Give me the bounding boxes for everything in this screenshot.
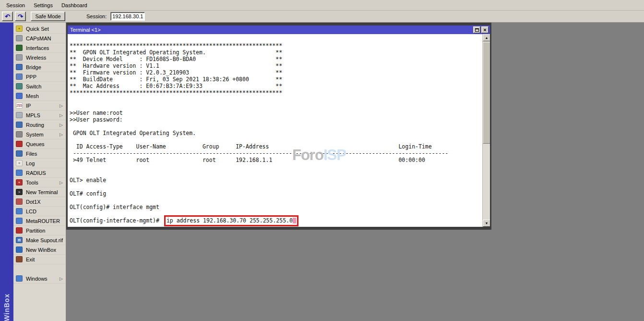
lcd-icon: [16, 208, 23, 214]
sidebar-item-label: CAPsMAN: [26, 36, 66, 41]
sidebar-item-dot1x[interactable]: Dot1X: [13, 197, 66, 207]
sidebar-item-label: System: [26, 132, 60, 137]
highlight-box: ip address 192.168.30.70 255.255.255.0: [164, 215, 298, 226]
sidebar-item-ip[interactable]: 255IP▷: [13, 101, 66, 111]
sidebar-item-label: Switch: [26, 84, 66, 89]
sidebar-item-label: Dot1X: [26, 199, 66, 205]
sidebar-item-system[interactable]: System▷: [13, 130, 66, 139]
terminal-scrollback: ****************************************…: [70, 42, 448, 210]
sidebar-item-windows[interactable]: Windows▷: [13, 274, 66, 284]
terminal-command: ip address 192.168.30.70 255.255.255.0: [167, 217, 293, 224]
ppp-icon: [16, 74, 23, 80]
sidebar-items: ✦Quick SetCAPsMANInterfacesWirelessBridg…: [13, 24, 66, 284]
submenu-arrow-icon: ▷: [60, 132, 63, 137]
scroll-up-icon: ▲: [485, 36, 489, 39]
sidebar-item-radius[interactable]: RADIUS: [13, 168, 66, 178]
sidebar-item-exit[interactable]: Exit: [13, 255, 66, 264]
submenu-arrow-icon: ▷: [60, 123, 63, 127]
sidebar-item-ppp[interactable]: PPP: [13, 72, 66, 82]
redo-icon: ↷: [18, 13, 23, 20]
bridge-icon: [16, 64, 23, 70]
undo-icon: ↶: [5, 13, 10, 20]
sidebar-item-label: MPLS: [26, 112, 60, 118]
sidebar-item-label: Interfaces: [26, 45, 66, 51]
sidebar-item-files[interactable]: Files: [13, 149, 66, 159]
sidebar-item-wireless[interactable]: Wireless: [13, 53, 66, 62]
sidebar-item-partition[interactable]: Partition: [13, 226, 66, 235]
sidebar-item-label: Quick Set: [26, 26, 66, 32]
sidebar-item-quick-set[interactable]: ✦Quick Set: [13, 24, 66, 34]
maximize-button[interactable]: [473, 26, 480, 33]
sidebar-item-label: Routing: [26, 122, 60, 128]
sidebar-item-metarouter[interactable]: MetaROUTER: [13, 216, 66, 226]
sidebar-item-label: Make Supout.rif: [26, 237, 66, 243]
windows-icon: [16, 275, 23, 282]
wireless-icon: [16, 54, 23, 61]
sidebar-item-label: Mesh: [26, 93, 66, 99]
sidebar-item-capsman[interactable]: CAPsMAN: [13, 34, 66, 43]
sidebar-item-mpls[interactable]: MPLS▷: [13, 111, 66, 120]
mdi-workspace: Terminal <1> × *************************…: [66, 23, 644, 321]
sidebar-item-label: Wireless: [26, 55, 66, 61]
terminal-output[interactable]: ****************************************…: [70, 36, 481, 227]
system-gear-icon: [16, 131, 23, 137]
sidebar-item-label: Log: [26, 160, 66, 166]
sidebar-item-label: Queues: [26, 141, 66, 147]
terminal-icon: >: [16, 189, 23, 195]
terminal-content: ****************************************…: [68, 34, 490, 227]
wand-icon: ✦: [16, 25, 23, 32]
sidebar-item-mesh[interactable]: Mesh: [13, 91, 66, 101]
close-button[interactable]: ×: [481, 26, 489, 33]
partition-icon: [16, 227, 23, 234]
sidebar-item-label: IP: [26, 103, 60, 109]
sidebar-item-log[interactable]: ≡Log: [13, 159, 66, 168]
scroll-down-button[interactable]: ▼: [483, 220, 490, 227]
sidebar-item-make-supout-rif[interactable]: ▤Make Supout.rif: [13, 235, 66, 245]
safe-mode-button[interactable]: Safe Mode: [31, 12, 65, 21]
sidebar-item-new-winbox[interactable]: New WinBox: [13, 245, 66, 255]
menu-session[interactable]: Session: [2, 1, 29, 10]
session-address-input[interactable]: [110, 12, 145, 21]
submenu-arrow-icon: ▷: [60, 113, 63, 118]
sidebar-item-label: MetaROUTER: [26, 218, 66, 224]
queues-icon: [16, 141, 23, 147]
sidebar-item-bridge[interactable]: Bridge: [13, 62, 66, 72]
sidebar-item-lcd[interactable]: LCD: [13, 207, 66, 216]
log-icon: ≡: [16, 160, 23, 166]
sidebar-item-label: LCD: [26, 209, 66, 214]
sidebar-item-tools[interactable]: ×Tools▷: [13, 178, 66, 187]
radius-icon: [16, 170, 23, 176]
sidebar-item-switch[interactable]: Switch: [13, 82, 66, 91]
winbox-globe-icon: [16, 247, 23, 253]
scrollbar-thumb[interactable]: [483, 42, 490, 144]
menu-settings[interactable]: Settings: [29, 1, 57, 10]
undo-button[interactable]: ↶: [2, 12, 13, 21]
terminal-window-titlebar[interactable]: Terminal <1> ×: [68, 25, 490, 34]
terminal-window: Terminal <1> × *************************…: [66, 23, 491, 230]
sidebar-item-label: New WinBox: [26, 247, 66, 253]
toolbar: ↶ ↷ Safe Mode Session:: [0, 11, 644, 23]
metarouter-icon: [16, 218, 23, 224]
sidebar-item-label: Files: [26, 151, 66, 157]
capsman-icon: [16, 35, 23, 41]
sidebar-item-label: PPP: [26, 74, 66, 80]
terminal-window-title: Terminal <1>: [70, 27, 472, 33]
sidebar-item-label: Partition: [26, 228, 66, 234]
submenu-arrow-icon: ▷: [60, 276, 63, 281]
sidebar-item-routing[interactable]: Routing▷: [13, 120, 66, 130]
close-icon: ×: [483, 27, 486, 33]
sidebar-item-new-terminal[interactable]: >New Terminal: [13, 187, 66, 197]
menu-dashboard[interactable]: Dashboard: [57, 1, 92, 10]
sidebar: RouterOS WinBox ✦Quick SetCAPsMANInterfa…: [0, 23, 66, 321]
sidebar-item-queues[interactable]: Queues: [13, 139, 66, 149]
scroll-down-icon: ▼: [485, 222, 489, 225]
redo-button[interactable]: ↷: [15, 12, 26, 21]
interfaces-icon: [16, 45, 23, 51]
menu-bar: Session Settings Dashboard: [0, 0, 644, 11]
sidebar-item-label: New Terminal: [26, 189, 66, 195]
vertical-scrollbar[interactable]: ▲ ▼: [482, 34, 490, 227]
terminal-prompt: OLT(config-interface-mgmt)#: [70, 217, 163, 224]
routing-icon: [16, 122, 23, 128]
sidebar-item-interfaces[interactable]: Interfaces: [13, 43, 66, 53]
scroll-up-button[interactable]: ▲: [483, 34, 490, 41]
